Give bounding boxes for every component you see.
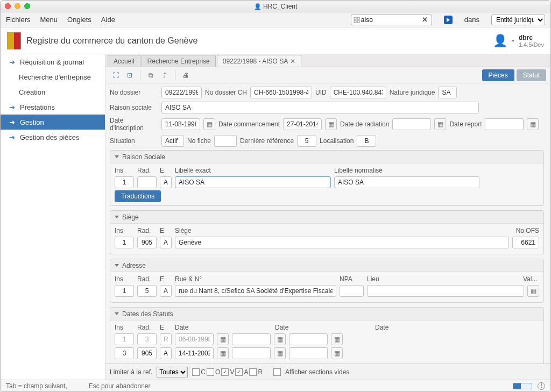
ins-field[interactable] <box>115 285 134 297</box>
chevron-down-icon[interactable]: ▾ <box>512 38 514 44</box>
rad-field[interactable] <box>137 347 157 359</box>
date-field[interactable] <box>232 347 271 359</box>
npa-field[interactable] <box>340 285 364 297</box>
rue-field[interactable] <box>175 285 336 297</box>
calendar-icon[interactable]: ▦ <box>434 118 446 130</box>
limiter-select[interactable]: Toutes <box>157 367 188 377</box>
rad-field[interactable] <box>137 333 157 345</box>
date-field[interactable] <box>289 347 328 359</box>
sidebar-item-requisition[interactable]: ➔ Réquisition & journal <box>1 54 105 69</box>
e-field[interactable] <box>160 176 172 188</box>
section-header[interactable]: Siège <box>110 211 543 224</box>
section-header[interactable]: Dates des Statuts <box>110 308 543 320</box>
date-field[interactable] <box>175 333 214 345</box>
ins-field[interactable] <box>115 333 134 345</box>
checkbox-o[interactable] <box>207 368 214 376</box>
rad-field[interactable] <box>137 237 157 248</box>
entity-select[interactable]: Entité juridique <box>491 15 545 25</box>
noofs-field[interactable] <box>512 237 539 248</box>
calendar-icon[interactable]: ▦ <box>203 118 215 130</box>
calendar-icon[interactable]: ▦ <box>217 333 229 345</box>
sidebar-item-prestations[interactable]: ➔ Prestations <box>1 99 105 115</box>
situation-field[interactable] <box>161 135 184 147</box>
tab-accueil[interactable]: Accueil <box>108 55 140 67</box>
section-header[interactable]: Adresse <box>110 259 543 272</box>
calendar-icon[interactable]: ▦ <box>274 333 286 345</box>
date-comm-field[interactable] <box>283 118 322 130</box>
rad-field[interactable] <box>137 285 157 297</box>
section-header[interactable]: Raison Sociale <box>110 151 543 163</box>
chevron-down-icon <box>115 264 119 267</box>
libelle-field[interactable] <box>175 176 331 188</box>
uid-field[interactable] <box>330 87 386 98</box>
no-dossier-ch-field[interactable] <box>250 87 312 98</box>
ins-field[interactable] <box>115 176 134 188</box>
calendar-icon[interactable]: ▦ <box>217 347 229 359</box>
e-field[interactable] <box>160 285 172 297</box>
localisation-field[interactable] <box>357 135 376 147</box>
raison-field[interactable] <box>161 102 479 113</box>
date-field[interactable] <box>232 333 271 345</box>
tab-dossier[interactable]: 09222/1998 - AISO SA ✕ <box>217 55 301 67</box>
picker-icon[interactable]: ▦ <box>527 285 539 297</box>
menu-onglets[interactable]: Onglets <box>67 16 91 24</box>
calendar-icon[interactable]: ▦ <box>527 118 539 130</box>
no-fiche-field[interactable] <box>214 135 237 147</box>
print-icon[interactable]: 🖨 <box>180 70 192 81</box>
traductions-button[interactable]: Traductions <box>115 190 161 202</box>
search-input[interactable] <box>361 15 420 25</box>
checkbox-a[interactable] <box>235 368 243 376</box>
dern-ref-field[interactable] <box>297 135 316 147</box>
menu-aide[interactable]: Aide <box>101 16 115 24</box>
menu-fichiers[interactable]: Fichiers <box>6 16 31 24</box>
e-field[interactable] <box>160 347 172 359</box>
libelle-norm-field[interactable] <box>334 176 479 188</box>
ins-field[interactable] <box>115 237 134 248</box>
calendar-icon[interactable]: ▦ <box>274 347 286 359</box>
run-search-button[interactable] <box>444 16 453 24</box>
menu-menu[interactable]: Menu <box>40 16 58 24</box>
copy-icon[interactable]: ⧉ <box>145 70 157 81</box>
statut-button[interactable]: Statut <box>517 69 546 81</box>
quick-search[interactable]: ✕ <box>351 15 432 25</box>
siege-field[interactable] <box>175 237 509 248</box>
dern-ref-label: Dernière référence <box>240 137 294 145</box>
info-icon[interactable]: ! <box>538 382 545 390</box>
ins-field[interactable] <box>115 347 134 359</box>
sidebar-item-recherche[interactable]: Recherche d'entreprise <box>1 69 105 84</box>
sidebar-item-label: Prestations <box>20 103 55 111</box>
date-rad-field[interactable] <box>392 118 431 130</box>
link-icon[interactable]: ⤴ <box>159 70 171 81</box>
calendar-icon[interactable]: ▦ <box>325 118 337 130</box>
tab-recherche[interactable]: Recherche Entreprise <box>142 55 216 67</box>
sidebar-item-pieces[interactable]: ➔ Gestion des pièces <box>1 130 105 145</box>
col-npa: NPA <box>340 275 364 283</box>
date-field[interactable] <box>289 333 328 345</box>
expand-icon[interactable]: ⛶ <box>110 70 122 81</box>
no-dossier-field[interactable] <box>161 87 202 98</box>
collapse-icon[interactable]: ⊡ <box>124 70 136 81</box>
checkbox-afficher[interactable] <box>273 368 281 376</box>
close-icon[interactable]: ✕ <box>290 58 295 65</box>
date-insc-field[interactable] <box>161 118 200 130</box>
checkbox-c[interactable] <box>192 368 200 376</box>
sidebar-item-gestion[interactable]: ➔ Gestion <box>1 115 105 130</box>
checkbox-r[interactable] <box>249 368 257 376</box>
pieces-button[interactable]: Pièces <box>482 69 514 81</box>
e-field[interactable] <box>160 237 172 248</box>
rad-field[interactable] <box>137 176 157 188</box>
calendar-icon[interactable]: ▦ <box>331 347 343 359</box>
lieu-field[interactable] <box>367 285 524 297</box>
date-report-field[interactable] <box>485 118 524 130</box>
checkbox-v[interactable] <box>221 368 229 376</box>
grid-icon <box>354 17 360 23</box>
chevron-down-icon <box>115 155 119 158</box>
calendar-icon[interactable]: ▦ <box>331 333 343 345</box>
sidebar-item-creation[interactable]: Création <box>1 84 105 99</box>
col-e: E <box>160 167 172 174</box>
clear-icon[interactable]: ✕ <box>420 16 429 24</box>
avatar[interactable]: 👤 <box>493 34 507 48</box>
nature-field[interactable] <box>438 87 457 98</box>
date-field[interactable] <box>175 347 214 359</box>
e-field[interactable] <box>160 333 172 345</box>
